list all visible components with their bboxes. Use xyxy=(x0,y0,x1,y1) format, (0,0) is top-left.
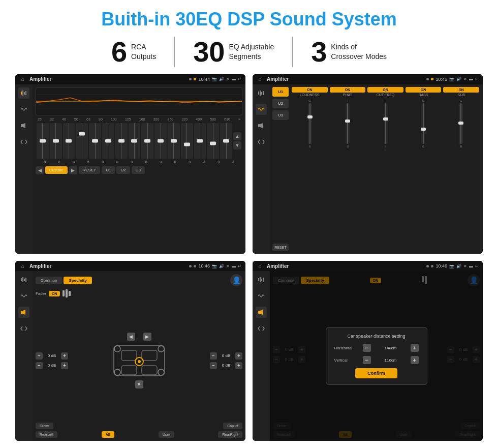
db-plus-bl[interactable]: + xyxy=(61,362,68,369)
sidebar-speaker-icon-3[interactable] xyxy=(18,307,29,318)
sidebar-eq-icon-3[interactable] xyxy=(18,274,29,285)
eq-arrow-down[interactable]: ▼ xyxy=(233,141,241,150)
eq-reset-btn[interactable]: RESET xyxy=(79,166,101,174)
cross-cutfreq-toggle[interactable]: ON xyxy=(367,87,403,93)
sidebar-eq-icon[interactable] xyxy=(18,87,29,99)
copilot-btn[interactable]: Copilot xyxy=(223,423,242,429)
eq-slider-11[interactable] xyxy=(181,123,193,159)
arrow-left-icon[interactable]: ◀ xyxy=(127,333,135,341)
home-icon-4[interactable]: ⌂ xyxy=(257,262,264,270)
cross-sg-4: G 0 xyxy=(443,99,479,148)
eq-arrow-up[interactable]: ▲ xyxy=(233,132,241,140)
status-dot-1 xyxy=(189,78,192,80)
cross-vslider-0[interactable] xyxy=(308,103,312,144)
status-title-distance: Amplifier xyxy=(267,263,423,269)
dialog-vertical-plus[interactable]: + xyxy=(411,356,419,364)
cross-phat-toggle[interactable]: ON xyxy=(330,87,366,93)
svg-rect-1 xyxy=(22,91,23,96)
cross-sub-toggle[interactable]: ON xyxy=(443,87,479,93)
screenshots-grid: ⌂ Amplifier 10:44 📷 🔊 ✕ ▬ ↩ xyxy=(15,74,483,441)
eq-custom-btn[interactable]: Custom xyxy=(45,166,68,174)
screen-content-speaker: Common Specialty 👤 Fader ON xyxy=(15,271,245,441)
cross-u2-btn[interactable]: U2 xyxy=(272,99,289,108)
eq-bottom-controls: ◀ Custom ▶ RESET U1 U2 U3 xyxy=(36,166,242,174)
sidebar-eq-icon-2[interactable] xyxy=(256,87,267,99)
svg-rect-15 xyxy=(24,279,25,281)
cross-loudness-toggle[interactable]: ON xyxy=(292,87,328,93)
eq-u2-btn[interactable]: U2 xyxy=(116,166,130,174)
home-icon-2[interactable]: ⌂ xyxy=(257,76,264,83)
eq-slider-13[interactable] xyxy=(207,123,219,159)
dialog-horizontal-minus[interactable]: − xyxy=(363,344,371,352)
dialog-horizontal-plus[interactable]: + xyxy=(411,344,419,352)
cross-reset-btn[interactable]: RESET xyxy=(272,244,289,251)
sidebar-speaker-icon-4[interactable] xyxy=(256,307,267,318)
cross-u1-btn[interactable]: U1 xyxy=(272,87,289,97)
eq-prev-btn[interactable]: ◀ xyxy=(36,166,44,174)
rear-right-btn[interactable]: RearRight xyxy=(218,431,242,438)
sidebar-arrows-icon-4[interactable] xyxy=(256,323,267,334)
all-btn[interactable]: All xyxy=(102,431,114,438)
cross-vslider-3[interactable] xyxy=(421,103,425,144)
driver-btn[interactable]: Driver xyxy=(36,423,53,429)
eq-slider-9[interactable] xyxy=(154,123,167,159)
eq-next-btn[interactable]: ▶ xyxy=(69,166,77,174)
eq-slider-6[interactable] xyxy=(115,123,128,159)
sidebar-wave-icon-2[interactable] xyxy=(256,104,267,115)
eq-slider-0[interactable] xyxy=(37,123,49,159)
home-icon[interactable]: ⌂ xyxy=(19,76,26,83)
status-time-eq: 10:44 xyxy=(198,77,210,82)
eq-u3-btn[interactable]: U3 xyxy=(132,166,145,174)
cross-bass-toggle[interactable]: ON xyxy=(406,87,442,93)
dialog-vertical-minus[interactable]: − xyxy=(363,356,371,364)
db-minus-tr[interactable]: − xyxy=(210,352,217,360)
spk-tab-specialty[interactable]: Specialty xyxy=(64,277,91,284)
svg-point-28 xyxy=(138,360,141,363)
db-plus-tr[interactable]: + xyxy=(235,352,242,360)
arrow-right-icon[interactable]: ▶ xyxy=(143,333,151,341)
db-minus-tl[interactable]: − xyxy=(36,352,43,360)
confirm-button[interactable]: Confirm xyxy=(355,368,397,378)
db-plus-br[interactable]: + xyxy=(235,362,242,369)
sidebar-speaker-icon-2[interactable] xyxy=(256,120,267,131)
cross-vslider-4[interactable] xyxy=(459,103,463,144)
eq-slider-2[interactable] xyxy=(63,123,75,159)
sidebar-wave-icon-4[interactable] xyxy=(256,290,267,302)
user-btn[interactable]: User xyxy=(159,431,174,438)
sidebar-speaker-icon[interactable] xyxy=(18,120,29,131)
sidebar-arrows-icon-3[interactable] xyxy=(18,323,29,334)
eq-slider-4[interactable] xyxy=(89,123,101,159)
stat-eq: 30 EQ Adjustable Segments xyxy=(175,38,292,66)
sidebar-arrows-icon-2[interactable] xyxy=(256,136,267,147)
cross-cutfreq: ON CUT FREQ xyxy=(367,87,403,97)
sidebar-wave-icon-3[interactable] xyxy=(18,290,29,302)
eq-slider-7[interactable] xyxy=(129,123,141,159)
db-minus-bl[interactable]: − xyxy=(36,362,43,369)
speaker-bottom-row: Driver Copilot xyxy=(36,423,242,429)
sidebar-wave-icon[interactable] xyxy=(18,104,29,115)
arrow-down-icon[interactable]: ▼ xyxy=(135,380,143,389)
home-icon-3[interactable]: ⌂ xyxy=(19,262,26,270)
eq-slider-3[interactable] xyxy=(76,123,88,159)
spk-tab-common[interactable]: Common xyxy=(36,277,62,284)
sidebar-speaker xyxy=(15,271,33,441)
eq-label-4: 63 xyxy=(86,117,90,121)
eq-slider-14[interactable] xyxy=(220,123,232,159)
eq-slider-1[interactable] xyxy=(50,123,62,159)
cross-vslider-1[interactable] xyxy=(346,103,350,144)
db-minus-br[interactable]: − xyxy=(210,362,217,369)
db-plus-tl[interactable]: + xyxy=(61,352,68,360)
eq-slider-12[interactable] xyxy=(194,123,206,159)
eq-slider-8[interactable] xyxy=(141,123,153,159)
eq-u1-btn[interactable]: U1 xyxy=(102,166,115,174)
cross-u3-btn[interactable]: U3 xyxy=(272,110,289,120)
cross-sliders: G 0 F xyxy=(291,98,480,252)
sidebar-eq-icon-4[interactable] xyxy=(256,274,267,285)
eq-slider-10[interactable] xyxy=(168,123,180,159)
cross-vslider-2[interactable] xyxy=(384,103,388,144)
close-icon: ✕ xyxy=(226,77,230,81)
eq-slider-5[interactable] xyxy=(102,123,114,159)
rear-left-btn[interactable]: RearLeft xyxy=(36,431,57,438)
svg-rect-3 xyxy=(25,91,26,95)
sidebar-arrows-icon[interactable] xyxy=(18,136,29,147)
